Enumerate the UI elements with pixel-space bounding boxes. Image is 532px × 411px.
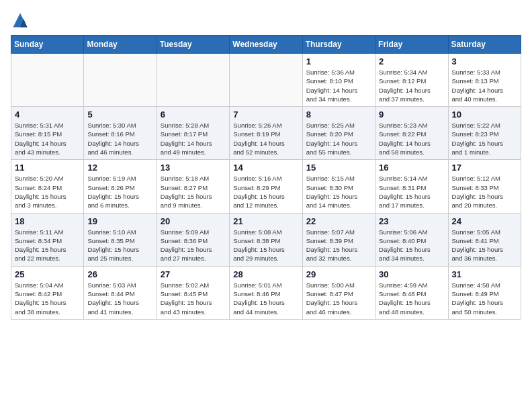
day-detail: Sunrise: 5:06 AM Sunset: 8:40 PM Dayligh…	[379, 228, 444, 263]
day-detail: Sunrise: 5:30 AM Sunset: 8:16 PM Dayligh…	[87, 121, 152, 156]
calendar-cell	[157, 54, 229, 107]
calendar-cell: 6Sunrise: 5:28 AM Sunset: 8:17 PM Daylig…	[157, 107, 229, 160]
calendar-cell: 21Sunrise: 5:08 AM Sunset: 8:38 PM Dayli…	[230, 213, 302, 266]
day-number: 18	[15, 216, 80, 226]
day-detail: Sunrise: 5:20 AM Sunset: 8:24 PM Dayligh…	[15, 174, 80, 210]
day-detail: Sunrise: 5:28 AM Sunset: 8:17 PM Dayligh…	[161, 121, 226, 156]
day-detail: Sunrise: 5:07 AM Sunset: 8:39 PM Dayligh…	[306, 228, 371, 263]
day-number: 26	[87, 269, 152, 279]
day-detail: Sunrise: 5:15 AM Sunset: 8:30 PM Dayligh…	[306, 174, 371, 210]
day-detail: Sunrise: 5:36 AM Sunset: 8:10 PM Dayligh…	[306, 68, 371, 103]
week-row-4: 18Sunrise: 5:11 AM Sunset: 8:34 PM Dayli…	[11, 213, 521, 266]
calendar-cell: 12Sunrise: 5:19 AM Sunset: 8:26 PM Dayli…	[84, 160, 157, 213]
day-detail: Sunrise: 5:04 AM Sunset: 8:42 PM Dayligh…	[15, 281, 80, 316]
day-detail: Sunrise: 5:23 AM Sunset: 8:22 PM Dayligh…	[379, 121, 444, 156]
day-number: 25	[15, 269, 80, 279]
calendar-cell: 9Sunrise: 5:23 AM Sunset: 8:22 PM Daylig…	[375, 107, 448, 160]
day-number: 19	[87, 216, 152, 226]
calendar-cell: 7Sunrise: 5:26 AM Sunset: 8:19 PM Daylig…	[230, 107, 302, 160]
day-number: 22	[306, 216, 371, 226]
calendar-cell: 17Sunrise: 5:12 AM Sunset: 8:33 PM Dayli…	[448, 160, 521, 213]
day-detail: Sunrise: 5:31 AM Sunset: 8:15 PM Dayligh…	[15, 121, 80, 156]
day-detail: Sunrise: 5:11 AM Sunset: 8:34 PM Dayligh…	[15, 228, 80, 263]
weekday-header-monday: Monday	[84, 36, 157, 54]
weekday-header-tuesday: Tuesday	[157, 36, 229, 54]
calendar-cell: 5Sunrise: 5:30 AM Sunset: 8:16 PM Daylig…	[84, 107, 157, 160]
day-number: 27	[161, 269, 226, 279]
calendar-cell: 2Sunrise: 5:34 AM Sunset: 8:12 PM Daylig…	[375, 54, 448, 107]
day-number: 20	[161, 216, 226, 226]
weekday-header-sunday: Sunday	[11, 36, 84, 54]
day-number: 28	[233, 269, 298, 279]
day-number: 3	[452, 56, 517, 66]
day-number: 2	[379, 56, 444, 66]
calendar-cell: 11Sunrise: 5:20 AM Sunset: 8:24 PM Dayli…	[11, 160, 84, 213]
day-number: 4	[15, 109, 80, 120]
day-detail: Sunrise: 4:58 AM Sunset: 8:49 PM Dayligh…	[452, 281, 517, 316]
day-detail: Sunrise: 5:19 AM Sunset: 8:26 PM Dayligh…	[87, 174, 152, 210]
day-number: 16	[379, 163, 444, 173]
week-row-1: 1Sunrise: 5:36 AM Sunset: 8:10 PM Daylig…	[11, 54, 521, 107]
day-number: 29	[306, 269, 371, 279]
day-number: 15	[306, 163, 371, 173]
calendar-cell: 13Sunrise: 5:18 AM Sunset: 8:27 PM Dayli…	[157, 160, 229, 213]
day-number: 7	[233, 109, 298, 120]
day-detail: Sunrise: 5:33 AM Sunset: 8:13 PM Dayligh…	[452, 68, 517, 103]
calendar-cell: 15Sunrise: 5:15 AM Sunset: 8:30 PM Dayli…	[302, 160, 375, 213]
day-detail: Sunrise: 5:26 AM Sunset: 8:19 PM Dayligh…	[233, 121, 298, 156]
weekday-header-saturday: Saturday	[448, 36, 521, 54]
day-detail: Sunrise: 5:09 AM Sunset: 8:36 PM Dayligh…	[161, 228, 226, 263]
day-number: 8	[306, 109, 371, 120]
week-row-5: 25Sunrise: 5:04 AM Sunset: 8:42 PM Dayli…	[11, 266, 521, 319]
day-detail: Sunrise: 5:34 AM Sunset: 8:12 PM Dayligh…	[379, 68, 444, 103]
calendar-table: SundayMondayTuesdayWednesdayThursdayFrid…	[11, 35, 521, 320]
day-number: 17	[452, 163, 517, 173]
calendar-cell: 28Sunrise: 5:01 AM Sunset: 8:46 PM Dayli…	[230, 266, 302, 319]
day-number: 31	[452, 269, 517, 279]
calendar-cell: 8Sunrise: 5:25 AM Sunset: 8:20 PM Daylig…	[302, 107, 375, 160]
calendar-cell: 29Sunrise: 5:00 AM Sunset: 8:47 PM Dayli…	[302, 266, 375, 319]
week-row-2: 4Sunrise: 5:31 AM Sunset: 8:15 PM Daylig…	[11, 107, 521, 160]
calendar-cell: 19Sunrise: 5:10 AM Sunset: 8:35 PM Dayli…	[84, 213, 157, 266]
day-number: 14	[233, 163, 298, 173]
day-number: 30	[379, 269, 444, 279]
day-number: 13	[161, 163, 226, 173]
day-number: 12	[87, 163, 152, 173]
calendar-cell: 30Sunrise: 4:59 AM Sunset: 8:48 PM Dayli…	[375, 266, 448, 319]
calendar-cell: 1Sunrise: 5:36 AM Sunset: 8:10 PM Daylig…	[302, 54, 375, 107]
day-detail: Sunrise: 5:12 AM Sunset: 8:33 PM Dayligh…	[452, 174, 517, 210]
day-number: 6	[161, 109, 226, 120]
calendar-cell: 14Sunrise: 5:16 AM Sunset: 8:29 PM Dayli…	[230, 160, 302, 213]
day-number: 21	[233, 216, 298, 226]
day-detail: Sunrise: 5:08 AM Sunset: 8:38 PM Dayligh…	[233, 228, 298, 263]
day-number: 5	[87, 109, 152, 120]
calendar-cell	[230, 54, 302, 107]
day-detail: Sunrise: 5:00 AM Sunset: 8:47 PM Dayligh…	[306, 281, 371, 316]
day-detail: Sunrise: 5:02 AM Sunset: 8:45 PM Dayligh…	[161, 281, 226, 316]
calendar-cell: 23Sunrise: 5:06 AM Sunset: 8:40 PM Dayli…	[375, 213, 448, 266]
day-number: 23	[379, 216, 444, 226]
logo-icon	[11, 11, 30, 30]
weekday-header-row: SundayMondayTuesdayWednesdayThursdayFrid…	[11, 36, 521, 54]
calendar-cell: 16Sunrise: 5:14 AM Sunset: 8:31 PM Dayli…	[375, 160, 448, 213]
day-number: 9	[379, 109, 444, 120]
week-row-3: 11Sunrise: 5:20 AM Sunset: 8:24 PM Dayli…	[11, 160, 521, 213]
logo	[11, 11, 32, 30]
calendar-cell: 26Sunrise: 5:03 AM Sunset: 8:44 PM Dayli…	[84, 266, 157, 319]
calendar-cell: 27Sunrise: 5:02 AM Sunset: 8:45 PM Dayli…	[157, 266, 229, 319]
day-detail: Sunrise: 5:05 AM Sunset: 8:41 PM Dayligh…	[452, 228, 517, 263]
calendar-cell: 31Sunrise: 4:58 AM Sunset: 8:49 PM Dayli…	[448, 266, 521, 319]
day-number: 11	[15, 163, 80, 173]
day-detail: Sunrise: 5:18 AM Sunset: 8:27 PM Dayligh…	[161, 174, 226, 210]
calendar-cell: 10Sunrise: 5:22 AM Sunset: 8:23 PM Dayli…	[448, 107, 521, 160]
calendar-cell: 22Sunrise: 5:07 AM Sunset: 8:39 PM Dayli…	[302, 213, 375, 266]
day-detail: Sunrise: 5:16 AM Sunset: 8:29 PM Dayligh…	[233, 174, 298, 210]
calendar-cell: 20Sunrise: 5:09 AM Sunset: 8:36 PM Dayli…	[157, 213, 229, 266]
calendar-cell: 3Sunrise: 5:33 AM Sunset: 8:13 PM Daylig…	[448, 54, 521, 107]
day-number: 10	[452, 109, 517, 120]
day-detail: Sunrise: 4:59 AM Sunset: 8:48 PM Dayligh…	[379, 281, 444, 316]
day-number: 24	[452, 216, 517, 226]
day-detail: Sunrise: 5:01 AM Sunset: 8:46 PM Dayligh…	[233, 281, 298, 316]
calendar-cell	[11, 54, 84, 107]
weekday-header-friday: Friday	[375, 36, 448, 54]
